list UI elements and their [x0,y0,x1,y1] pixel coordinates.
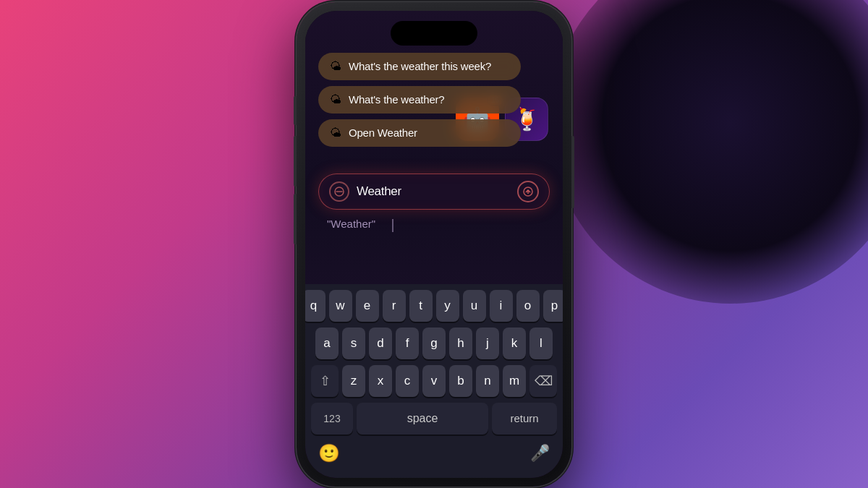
key-i[interactable]: i [490,290,513,322]
suggestion-chip-1[interactable]: 🌤 What's the weather this week? [318,53,521,80]
key-n[interactable]: n [476,365,499,397]
keyboard-row-1: q w e r t y u i o p [311,290,557,322]
key-numbers[interactable]: 123 [311,403,353,435]
keyboard-row-bottom: 123 space return [311,403,557,435]
key-t[interactable]: t [409,290,433,322]
key-q[interactable]: q [305,290,326,322]
search-icon-circle [329,181,349,202]
arrow-up-icon [523,187,533,197]
chip-icon-1: 🌤 [330,60,341,73]
key-p[interactable]: p [543,290,563,322]
key-w[interactable]: w [329,290,352,322]
keyboard-row-3: ⇧ z x c v b n m ⌫ [311,365,557,397]
autocomplete-hint: "Weather" [327,218,375,230]
key-k[interactable]: k [503,328,526,359]
send-button[interactable] [517,181,539,202]
microphone-button[interactable]: 🎤 [530,444,550,463]
dynamic-island [391,21,477,46]
key-shift[interactable]: ⇧ [311,365,339,397]
keyboard: q w e r t y u i o p a s d f g h j k [305,284,563,478]
key-d[interactable]: d [369,328,392,359]
key-delete[interactable]: ⌫ [529,365,557,397]
phone-wrapper: 16 🤖 🍹 🌤 What's the weather this week? 🌤… [297,2,571,487]
chip-text-2: What's the weather? [349,93,444,106]
key-return[interactable]: return [492,403,557,435]
suggestions-list: 🌤 What's the weather this week? 🌤 What's… [318,53,550,147]
cursor-line [392,219,393,232]
side-button-volume-down [294,194,297,244]
key-space[interactable]: space [357,403,488,435]
key-g[interactable]: g [422,328,446,359]
phone-screen: 16 🤖 🍹 🌤 What's the weather this week? 🌤… [305,11,563,478]
suggestion-chip-3[interactable]: 🌤 Open Weather [318,119,521,147]
key-h[interactable]: h [449,328,472,359]
chip-text-3: Open Weather [349,127,417,139]
emoji-button[interactable]: 🙂 [318,443,340,463]
search-bar[interactable]: Weather [318,174,550,210]
chip-text-1: What's the weather this week? [349,60,491,72]
key-b[interactable]: b [449,365,472,397]
key-z[interactable]: z [342,365,365,397]
side-button-power [571,136,574,208]
key-m[interactable]: m [503,365,526,397]
keyboard-row-2: a s d f g h j k l [311,328,557,359]
key-e[interactable]: e [356,290,379,322]
key-y[interactable]: y [436,290,459,322]
key-c[interactable]: c [396,365,419,397]
key-x[interactable]: x [369,365,392,397]
key-r[interactable]: r [383,290,406,322]
key-a[interactable]: a [315,328,339,359]
search-input-text: Weather [357,184,510,199]
key-v[interactable]: v [422,365,446,397]
side-button-mute [294,96,297,125]
keyboard-bottom-bar: 🙂 🎤 [311,440,557,463]
key-f[interactable]: f [396,328,419,359]
suggestion-chip-2[interactable]: 🌤 What's the weather? [318,86,521,114]
key-j[interactable]: j [476,328,499,359]
key-o[interactable]: o [516,290,540,322]
chip-icon-3: 🌤 [330,127,341,140]
key-l[interactable]: l [529,328,553,359]
side-button-volume-up [294,136,297,187]
chip-icon-2: 🌤 [330,93,341,106]
key-u[interactable]: u [463,290,486,322]
key-s[interactable]: s [342,328,365,359]
no-entry-icon [334,187,344,197]
